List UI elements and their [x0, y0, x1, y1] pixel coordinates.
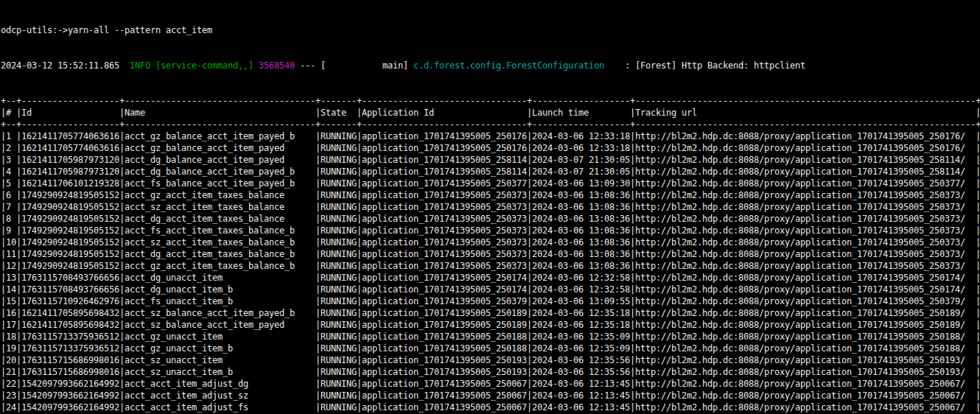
- table-row: |8 |1749290924819505152|acct_dg_acct_ite…: [1, 213, 980, 225]
- table-row: |5 |1621411706101219328|acct_fs_balance_…: [1, 178, 980, 189]
- table-row: |17|1621411705895698432|acct_sz_balance_…: [1, 319, 980, 331]
- log-segment: [253, 60, 259, 71]
- table-row: |4 |1621411705987973120|acct_dg_balance_…: [1, 166, 980, 178]
- table-row: |11|1749290924819505152|acct_dg_acct_ite…: [1, 248, 980, 260]
- table-row: |16|1621411705895698432|acct_sz_balance_…: [1, 307, 980, 319]
- table-row: |13|1763115708493766656|acct_dg_unacct_i…: [1, 272, 980, 284]
- table-row: |6 |1749290924819505152|acct_gz_acct_ite…: [1, 189, 980, 201]
- table-row: |23|1542097993662164992|acct_acct_item_a…: [1, 390, 980, 401]
- table-top-border: +--+-------------------+----------------…: [1, 95, 980, 107]
- log-segment: 3568548: [259, 60, 295, 71]
- log-segment: INFO [service-command,,]: [125, 60, 253, 71]
- table-row: |9 |1749290924819505152|acct_fs_acct_ite…: [1, 225, 980, 236]
- yarn-applications-table: +--+-------------------+----------------…: [1, 95, 980, 414]
- log-segment: : [Forest] Http Backend: httpclient: [604, 60, 805, 71]
- table-row: |18|1763115713375936512|acct_gz_unacct_i…: [1, 331, 980, 343]
- table-row: |7 |1749290924819505152|acct_sz_acct_ite…: [1, 201, 980, 213]
- table-row: |14|1763115708493766656|acct_dg_unacct_i…: [1, 284, 980, 295]
- table-row: |22|1542097993662164992|acct_acct_item_a…: [1, 378, 980, 390]
- table-row: |12|1749290924819505152|acct_gz_acct_ite…: [1, 260, 980, 272]
- table-row: |3 |1621411705987973120|acct_dg_balance_…: [1, 154, 980, 166]
- table-row: |10|1749290924819505152|acct_sz_acct_ite…: [1, 236, 980, 248]
- table-row: |24|1542097993662164992|acct_acct_item_a…: [1, 401, 980, 413]
- table-row: |2 |1621411705774063616|acct_gz_balance_…: [1, 142, 980, 154]
- table-row: |15|1763115710926462976|acct_fs_unacct_i…: [1, 295, 980, 307]
- prompt-line: odcp-utils:->yarn-all --pattern acct_ite…: [1, 24, 980, 36]
- log-segment: 2024-03-12 15:52:11.865: [1, 60, 125, 71]
- table-row: |21|1763115715686998016|acct_sz_unacct_i…: [1, 366, 980, 378]
- table-header-border: +--+-------------------+----------------…: [1, 119, 980, 130]
- terminal-window[interactable]: odcp-utils:->yarn-all --pattern acct_ite…: [0, 0, 980, 414]
- table-header-row: |# |Id |Name |State |Application Id |Lau…: [1, 107, 980, 119]
- log-line: 2024-03-12 15:52:11.865 INFO [service-co…: [1, 60, 980, 71]
- log-segment: c.d.forest.config.ForestConfiguration: [413, 60, 604, 71]
- table-row: |19|1763115713375936512|acct_gz_unacct_i…: [1, 343, 980, 354]
- log-segment: --- [ main]: [295, 60, 413, 71]
- table-row: |1 |1621411705774063616|acct_gz_balance_…: [1, 130, 980, 142]
- table-row: |20|1763115715686998016|acct_sz_unacct_i…: [1, 354, 980, 366]
